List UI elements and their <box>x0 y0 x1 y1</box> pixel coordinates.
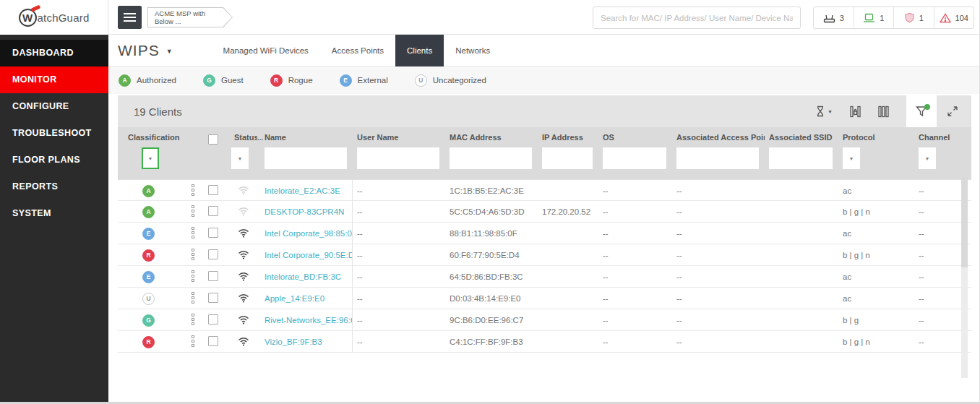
search-input[interactable] <box>593 7 801 29</box>
sidebar-item[interactable]: DASHBOARD <box>0 40 108 66</box>
freeze-columns-button[interactable] <box>850 106 861 118</box>
ap-filter-input[interactable] <box>676 147 759 169</box>
row-menu-button[interactable] <box>192 269 194 283</box>
row-checkbox[interactable] <box>208 314 218 325</box>
sidebar-item[interactable]: CONFIGURE <box>0 93 108 120</box>
client-name-link[interactable]: Apple_14:E9:E0 <box>265 294 324 303</box>
sidebar-item[interactable]: MONITOR <box>0 66 108 93</box>
row-menu-button[interactable] <box>192 183 194 197</box>
sidebar-item[interactable]: TROUBLESHOOT <box>0 120 108 147</box>
app-logo: W atchGuard <box>0 0 108 35</box>
wifi-status-icon <box>238 250 249 259</box>
mac-cell: 9C:B6:D0:EE:96:C7 <box>445 316 538 325</box>
scrollbar-thumb[interactable] <box>961 177 968 267</box>
filter-button[interactable] <box>906 95 937 127</box>
filter-row: ▼ ▼ ▼ ▼ <box>118 147 971 173</box>
wifi-status-icon <box>238 337 249 346</box>
clients-counter[interactable]: 1 <box>854 7 894 28</box>
table-title: 19 Clients <box>134 106 182 118</box>
user-name-filter-input[interactable] <box>357 147 439 169</box>
alert-triangle-icon <box>940 13 951 23</box>
client-name-link[interactable]: Rivet-Networks_EE:96:C7 <box>265 316 353 325</box>
status-filter-dropdown[interactable]: ▼ <box>231 147 249 169</box>
row-checkbox[interactable] <box>208 206 218 216</box>
alerts-counter[interactable]: 104 <box>934 7 974 28</box>
protocol-cell: b | g | n <box>838 338 914 346</box>
sidebar-item[interactable]: SYSTEM <box>0 200 108 227</box>
user-name-cell: -- <box>353 338 445 346</box>
client-name-link[interactable]: Intelorate_BD:FB:3C <box>265 272 341 281</box>
client-name-link[interactable]: Intelorate_E2:AC:3E <box>265 186 340 195</box>
row-checkbox[interactable] <box>208 185 218 195</box>
row-menu-button[interactable] <box>192 204 194 218</box>
user-name-cell: -- <box>353 186 445 195</box>
protocol-cell: b | g | n <box>838 251 914 259</box>
row-menu-button[interactable] <box>192 312 194 327</box>
watchguard-logo-icon: W <box>19 9 37 27</box>
row-menu-button[interactable] <box>192 334 194 348</box>
row-checkbox[interactable] <box>208 293 218 303</box>
table-row: A Intelorate_E2:AC:3E -- 1C:1B:B5:E2:AC:… <box>118 179 971 201</box>
user-name-cell: -- <box>353 207 445 216</box>
hamburger-menu-button[interactable] <box>118 6 142 29</box>
row-checkbox[interactable] <box>208 249 218 259</box>
os-cell: -- <box>598 316 672 325</box>
table-scrollbar[interactable] <box>961 177 968 378</box>
protocol-cell: ac <box>838 186 914 195</box>
freeze-columns-icon <box>850 106 861 118</box>
row-menu-button[interactable] <box>192 225 194 240</box>
expand-button[interactable] <box>947 106 958 117</box>
shield-icon <box>904 12 915 23</box>
access-point-icon <box>823 13 835 23</box>
page-header: WIPS ▼ Managed WiFi Devices Access Point… <box>108 35 980 66</box>
table-row: E Intel Corporate_98:85:0F -- 88:B1:11:9… <box>118 223 971 244</box>
wips-dropdown[interactable]: WIPS ▼ <box>118 42 173 59</box>
breadcrumb[interactable]: ACME MSP with Below ... <box>147 7 233 27</box>
classification-filter-dropdown[interactable]: ▼ <box>142 147 159 169</box>
client-name-link[interactable]: Vizio_BF:9F:B3 <box>265 338 322 346</box>
protocol-filter-dropdown[interactable]: ▼ <box>843 147 860 169</box>
row-menu-button[interactable] <box>192 291 194 305</box>
row-checkbox[interactable] <box>208 336 218 346</box>
client-name-link[interactable]: DESKTOP-83CPR4N <box>265 207 344 216</box>
tab[interactable]: Networks <box>444 35 502 66</box>
breadcrumb-label: ACME MSP with Below ... <box>148 8 232 27</box>
ssid-filter-input[interactable] <box>769 147 833 169</box>
time-filter-button[interactable]: ▼ <box>815 106 833 117</box>
classification-badge: E <box>142 228 155 240</box>
tab[interactable]: Access Points <box>320 35 395 66</box>
mac-cell: 1C:1B:B5:E2:AC:3E <box>445 186 538 195</box>
channel-filter-dropdown[interactable]: ▼ <box>919 147 936 169</box>
select-all-checkbox[interactable] <box>208 134 218 145</box>
access-points-counter[interactable]: 3 <box>814 7 854 28</box>
choose-columns-button[interactable] <box>878 106 889 118</box>
row-checkbox[interactable] <box>208 228 218 238</box>
wifi-status-icon <box>238 272 249 281</box>
wifi-status-icon <box>238 207 249 216</box>
os-filter-input[interactable] <box>603 147 666 169</box>
tab[interactable]: Clients <box>395 35 444 66</box>
row-menu-button[interactable] <box>192 247 194 262</box>
wifi-status-icon <box>238 293 249 303</box>
mac-cell: 60:F6:77:90:5E:D4 <box>445 251 538 259</box>
client-name-link[interactable]: Intel Corporate_98:85:0F <box>265 229 353 238</box>
legend-item: A Authorized <box>119 74 176 87</box>
client-name-link[interactable]: Intel Corporate_90:5E:D4 <box>265 251 353 259</box>
tab[interactable]: Managed WiFi Devices <box>212 35 320 66</box>
chevron-down-icon: ▼ <box>828 109 833 114</box>
name-filter-input[interactable] <box>265 147 347 169</box>
ip-cell: 172.20.20.52 <box>538 207 598 216</box>
security-counter[interactable]: 1 <box>893 7 934 28</box>
row-checkbox[interactable] <box>208 271 218 281</box>
legend-item: U Uncategorized <box>415 74 486 87</box>
user-name-cell: -- <box>353 251 445 259</box>
ip-filter-input[interactable] <box>542 147 593 169</box>
device-counters: 3 1 1 104 <box>813 7 974 29</box>
user-name-cell: -- <box>353 229 445 238</box>
ap-cell: -- <box>672 186 765 195</box>
access-points-count: 3 <box>840 14 844 22</box>
security-count: 1 <box>919 14 924 22</box>
sidebar-item[interactable]: FLOOR PLANS <box>0 147 108 173</box>
mac-filter-input[interactable] <box>450 147 532 169</box>
sidebar-item[interactable]: REPORTS <box>0 173 108 200</box>
